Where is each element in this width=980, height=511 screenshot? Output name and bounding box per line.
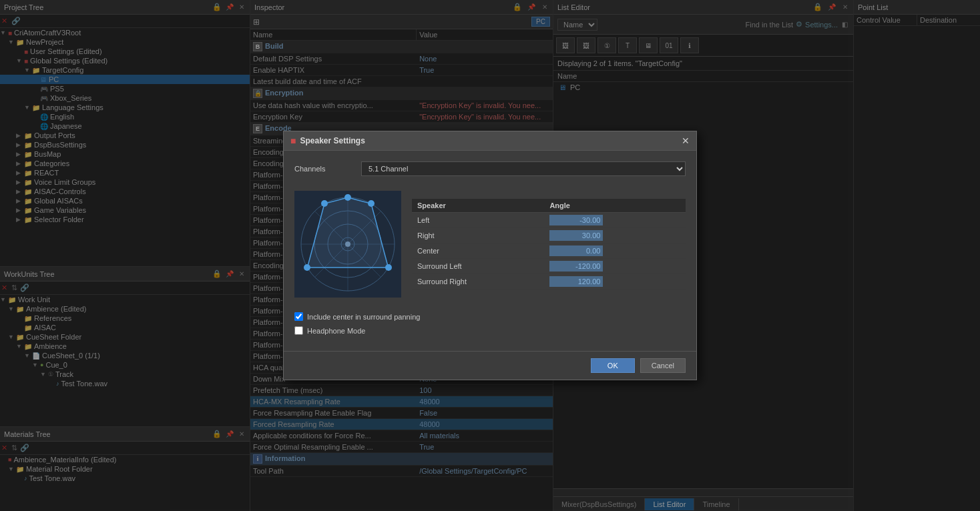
checkbox-center-surround-label: Include center in surround panning [307,313,420,321]
svg-point-13 [385,264,392,271]
modal-header: ■ Speaker Settings ✕ [284,131,696,151]
speaker-name-right: Right [412,228,544,243]
speaker-row-right: Right [412,228,686,243]
ok-button[interactable]: OK [591,358,635,373]
speaker-angle-surround-right[interactable] [549,276,603,287]
speaker-table: Speaker Angle Left Right [412,199,686,290]
channels-row: Channels 5.1 Channel 2.0 Channel 7.1 Cha… [294,161,686,176]
checkbox-headphone[interactable] [294,326,303,335]
speaker-col-name: Speaker [412,199,544,213]
speaker-diagram [294,191,401,298]
checkbox-center-surround[interactable] [294,312,303,321]
speaker-col-angle: Angle [544,199,686,213]
modal-footer: OK Cancel [284,351,696,380]
modal-body: Channels 5.1 Channel 2.0 Channel 7.1 Cha… [284,151,696,351]
speaker-angle-right[interactable] [549,230,603,241]
speaker-settings-modal: ■ Speaker Settings ✕ Channels 5.1 Channe… [283,131,697,380]
speaker-name-surround-left: Surround Left [412,259,544,274]
speaker-name-left: Left [412,213,544,228]
speaker-name-center: Center [412,243,544,259]
modal-close-button[interactable]: ✕ [682,136,690,145]
svg-point-11 [368,200,375,207]
speaker-row-surround-right: Surround Right [412,274,686,290]
speaker-row-center: Center [412,243,686,259]
checkbox-row-center: Include center in surround panning [294,312,686,321]
svg-point-14 [304,264,310,271]
speaker-angle-center[interactable] [549,245,603,256]
modal-logo-icon: ■ [290,135,296,146]
speaker-row-surround-left: Surround Left [412,259,686,274]
svg-point-12 [321,200,328,207]
checkbox-headphone-label: Headphone Mode [307,327,365,335]
cancel-button[interactable]: Cancel [640,358,686,373]
speaker-angle-surround-left[interactable] [549,261,603,272]
channels-select[interactable]: 5.1 Channel 2.0 Channel 7.1 Channel [361,161,686,176]
modal-title: Speaker Settings [300,136,364,145]
svg-point-15 [345,241,350,247]
svg-point-10 [344,194,351,201]
channels-label: Channels [294,165,361,173]
speaker-name-surround-right: Surround Right [412,274,544,290]
checkbox-row-headphone: Headphone Mode [294,326,686,335]
speaker-angle-left[interactable] [549,215,603,225]
modal-overlay: ■ Speaker Settings ✕ Channels 5.1 Channe… [0,0,980,511]
speaker-row-left: Left [412,213,686,228]
